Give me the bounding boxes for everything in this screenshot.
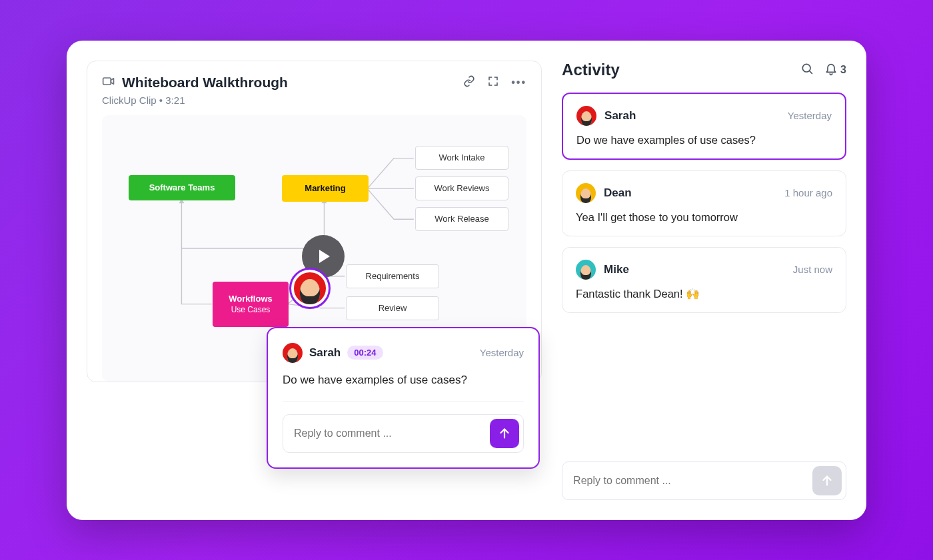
popover-date: Yesterday — [480, 347, 524, 358]
timestamp-pill[interactable]: 00:24 — [347, 346, 383, 360]
activity-date: 1 hour ago — [784, 187, 832, 198]
diagram-node-review: Review — [346, 296, 439, 320]
activity-title: Activity — [562, 61, 790, 79]
video-icon — [102, 75, 115, 91]
avatar — [576, 183, 596, 203]
activity-message: Yea I'll get those to you tomorrow — [576, 211, 832, 224]
activity-message: Fantastic thank Dean! 🙌 — [576, 288, 832, 300]
clip-title: Whiteboard Walkthrough — [122, 75, 288, 91]
activity-date: Yesterday — [788, 110, 832, 121]
activity-panel: Activity 3 Sarah Yesterday Do we have ex… — [562, 61, 846, 500]
activity-reply-input[interactable] — [573, 475, 812, 487]
clip-subtitle: ClickUp Clip • 3:21 — [102, 95, 526, 106]
activity-list: Sarah Yesterday Do we have examples of u… — [562, 93, 846, 461]
popover-reply-input[interactable] — [294, 427, 490, 439]
clip-panel: Whiteboard Walkthrough ••• ClickUp Clip … — [87, 61, 542, 500]
svg-rect-0 — [103, 78, 111, 85]
popover-send-button[interactable] — [490, 419, 519, 448]
diagram-node-release: Work Release — [415, 207, 508, 231]
diagram-node-intake: Work Intake — [415, 146, 508, 170]
bell-icon — [824, 63, 838, 77]
avatar — [283, 343, 303, 363]
avatar — [576, 260, 596, 280]
svg-point-1 — [802, 64, 810, 72]
clip-header: Whiteboard Walkthrough ••• — [102, 75, 526, 91]
activity-send-button[interactable] — [812, 466, 842, 495]
narrator-avatar — [291, 270, 329, 307]
popover-author: Sarah — [309, 346, 341, 360]
popover-reply-row — [283, 414, 524, 453]
activity-author: Mike — [604, 263, 629, 276]
activity-author: Dean — [604, 186, 632, 200]
activity-author: Sarah — [604, 109, 636, 123]
activity-item[interactable]: Sarah Yesterday Do we have examples of u… — [562, 93, 846, 160]
diagram-node-requirements: Requirements — [346, 264, 439, 288]
diagram-node-marketing: Marketing — [282, 175, 369, 202]
activity-item[interactable]: Dean 1 hour ago Yea I'll get those to yo… — [562, 170, 846, 236]
activity-header: Activity 3 — [562, 61, 846, 79]
activity-message: Do we have examples of use cases? — [576, 134, 832, 146]
diagram-node-workflows: Workflows Use Cases — [213, 282, 289, 327]
app-card: Whiteboard Walkthrough ••• ClickUp Clip … — [67, 41, 866, 520]
diagram-node-reviews: Work Reviews — [415, 176, 508, 200]
expand-icon[interactable] — [487, 75, 499, 90]
avatar — [576, 106, 596, 126]
more-icon[interactable]: ••• — [511, 77, 526, 89]
notification-count: 3 — [840, 64, 846, 76]
comment-popover: Sarah 00:24 Yesterday Do we have example… — [267, 327, 540, 469]
diagram-node-software: Software Teams — [129, 175, 235, 200]
link-icon[interactable] — [463, 75, 475, 90]
notifications-button[interactable]: 3 — [824, 63, 846, 77]
activity-date: Just now — [793, 264, 832, 275]
activity-reply-row — [562, 461, 846, 500]
activity-item[interactable]: Mike Just now Fantastic thank Dean! 🙌 — [562, 247, 846, 313]
popover-message: Do we have examples of use cases? — [283, 374, 524, 402]
search-icon[interactable] — [800, 62, 814, 78]
